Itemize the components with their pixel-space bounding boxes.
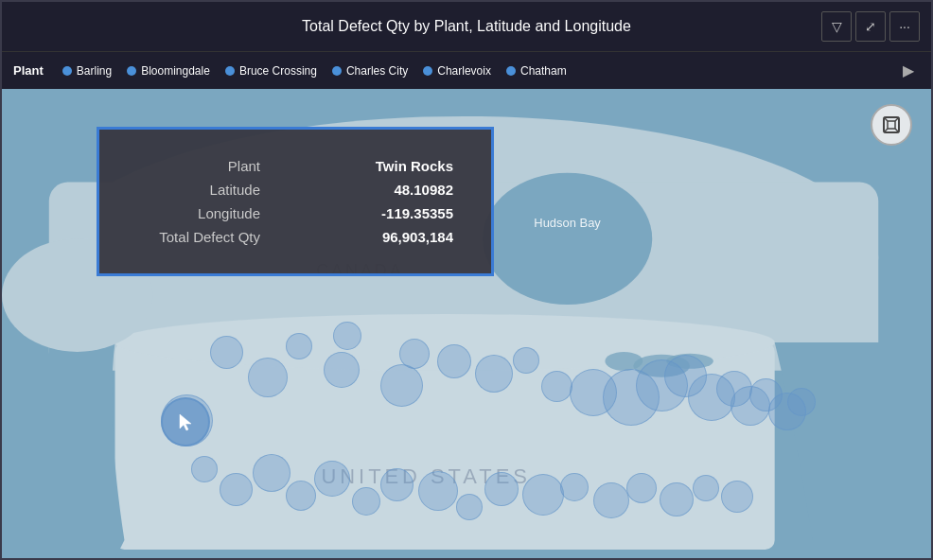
more-button[interactable]: ··· — [889, 11, 920, 42]
bubble-5 — [324, 352, 360, 388]
legend-text-barling: Barling — [77, 64, 112, 78]
title-controls: ▽ ⤢ ··· — [821, 11, 920, 42]
bubble-27 — [314, 461, 350, 497]
bubble-35 — [593, 482, 629, 518]
bubble-38 — [693, 475, 719, 501]
legend-label: Plant — [13, 63, 44, 78]
legend-dot-barling — [62, 66, 72, 76]
bubble-30 — [418, 471, 458, 511]
bubble-23 — [191, 456, 218, 482]
svg-point-3 — [483, 173, 652, 305]
bubble-24 — [220, 473, 253, 506]
tooltip-longitude-value: -119.35355 — [381, 205, 453, 221]
svg-point-8 — [605, 352, 643, 371]
legend-text-charlevoix: Charlevoix — [437, 64, 491, 78]
tooltip-row-longitude: Longitude -119.35355 — [137, 205, 453, 221]
bubble-36 — [626, 473, 657, 503]
bubble-11 — [513, 347, 539, 374]
tooltip-popup: Plant Twin Rocks Latitude 48.10982 Longi… — [97, 127, 494, 276]
expand-button[interactable]: ⤢ — [855, 11, 886, 42]
bubble-39 — [721, 481, 753, 513]
legend-item-bloomingdale[interactable]: Bloomingdale — [127, 64, 210, 78]
bubble-7 — [380, 364, 423, 407]
map-area[interactable]: Hudson Bay CANADA UNITED STATES — [2, 89, 931, 558]
bubble-9 — [437, 344, 471, 378]
tooltip-defect-value: 96,903,184 — [382, 229, 453, 245]
bubble-26 — [286, 481, 316, 511]
tooltip-longitude-label: Longitude — [137, 205, 260, 221]
bubble-4 — [286, 333, 312, 359]
legend-dot-bloomingdale — [127, 66, 136, 76]
tooltip-row-defect: Total Defect Qty 96,903,184 — [137, 229, 453, 245]
legend-item-barling[interactable]: Barling — [62, 64, 112, 78]
selected-bubble — [161, 397, 210, 446]
tooltip-latitude-value: 48.10982 — [394, 182, 453, 198]
bubble-29 — [380, 468, 414, 501]
title-bar: Total Defect Qty by Plant, Latitude and … — [2, 2, 931, 51]
bubble-37 — [660, 482, 694, 516]
tooltip-latitude-label: Latitude — [137, 182, 260, 198]
map-action-button[interactable] — [871, 104, 912, 146]
legend-bar: Plant Barling Bloomingdale Bruce Crossin… — [2, 51, 931, 89]
dashboard-container: Total Defect Qty by Plant, Latitude and … — [0, 0, 933, 560]
bubble-25 — [253, 454, 290, 492]
bubble-10 — [475, 355, 513, 393]
bubble-22 — [787, 388, 816, 416]
legend-text-chatham: Chatham — [520, 64, 567, 78]
legend-next-arrow[interactable]: ▶ — [897, 60, 920, 81]
tooltip-row-latitude: Latitude 48.10982 — [137, 182, 453, 198]
bubble-33 — [522, 474, 564, 516]
bubble-32 — [484, 472, 519, 506]
legend-dot-charles-city — [332, 66, 342, 76]
filter-button[interactable]: ▽ — [821, 11, 852, 42]
lasso-select-icon — [881, 114, 902, 135]
bubble-3 — [248, 358, 288, 397]
cursor-icon — [175, 411, 196, 432]
bubble-8 — [399, 339, 430, 369]
tooltip-row-plant: Plant Twin Rocks — [137, 158, 453, 174]
bubble-2 — [210, 336, 243, 369]
bubble-34 — [560, 473, 589, 501]
legend-text-bruce-crossing: Bruce Crossing — [239, 64, 317, 78]
bubble-6 — [333, 322, 361, 350]
legend-text-charles-city: Charles City — [346, 64, 408, 78]
bubble-12 — [541, 371, 572, 402]
tooltip-plant-value: Twin Rocks — [376, 158, 453, 174]
bubble-31 — [456, 494, 483, 520]
tooltip-plant-label: Plant — [137, 158, 260, 174]
legend-item-charlevoix[interactable]: Charlevoix — [423, 64, 491, 78]
legend-dot-charlevoix — [423, 66, 432, 76]
svg-text:Hudson Bay: Hudson Bay — [534, 216, 601, 230]
legend-item-chatham[interactable]: Chatham — [506, 64, 567, 78]
tooltip-defect-label: Total Defect Qty — [137, 229, 260, 245]
chart-title: Total Defect Qty by Plant, Latitude and … — [302, 18, 631, 35]
legend-item-charles-city[interactable]: Charles City — [332, 64, 408, 78]
bubble-28 — [352, 487, 380, 516]
legend-dot-bruce-crossing — [225, 66, 235, 76]
legend-item-bruce-crossing[interactable]: Bruce Crossing — [225, 64, 317, 78]
legend-dot-chatham — [506, 66, 516, 76]
legend-text-bloomingdale: Bloomingdale — [141, 64, 210, 78]
